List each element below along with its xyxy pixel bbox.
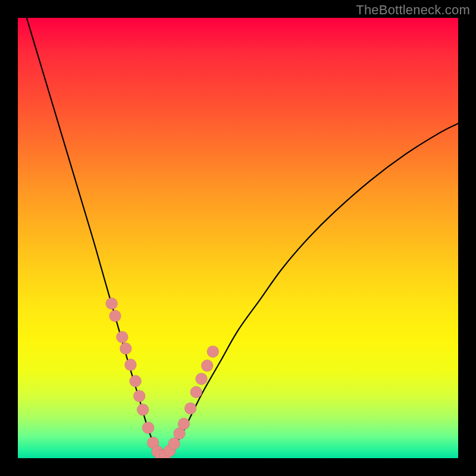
chart-frame: TheBottleneck.com: [0, 0, 476, 476]
plot-area: [18, 18, 458, 458]
marker-dots: [106, 298, 219, 458]
marker-dot: [106, 298, 118, 309]
marker-dot: [120, 343, 131, 355]
marker-dot: [178, 418, 190, 430]
marker-dot: [190, 386, 202, 398]
watermark-text: TheBottleneck.com: [356, 2, 470, 18]
marker-dot: [184, 402, 196, 414]
marker-dot: [207, 346, 219, 358]
marker-dot: [133, 390, 145, 402]
marker-dot: [201, 360, 213, 372]
marker-dot: [109, 310, 121, 322]
marker-dot: [130, 375, 142, 387]
marker-dot: [142, 422, 154, 434]
marker-dot: [116, 331, 128, 343]
v-curve: [27, 18, 458, 456]
marker-dot: [137, 404, 149, 416]
chart-svg: [18, 18, 458, 458]
marker-dot: [196, 373, 208, 385]
marker-dot: [124, 359, 136, 371]
